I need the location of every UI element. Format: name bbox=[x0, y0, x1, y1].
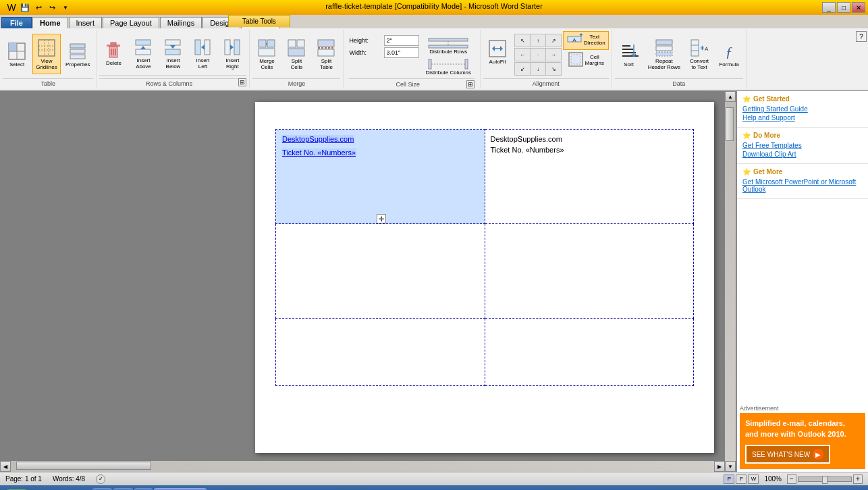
tab-file[interactable]: File bbox=[1, 17, 32, 28]
scroll-thumb[interactable] bbox=[726, 107, 734, 141]
minimize-button[interactable]: _ bbox=[822, 2, 836, 13]
align-top-left[interactable]: ↖ bbox=[514, 34, 531, 47]
rows-columns-expand[interactable]: ⊞ bbox=[238, 78, 246, 86]
h-scroll-track[interactable] bbox=[11, 461, 714, 472]
status-right: P F W 100% − + bbox=[724, 474, 863, 484]
sort-button[interactable]: Sort bbox=[615, 34, 643, 74]
ad-see-whats-new-button[interactable]: SEE WHAT'S NEW ▶ bbox=[745, 445, 830, 464]
height-input[interactable] bbox=[384, 35, 419, 46]
table-cell-2-1[interactable] bbox=[485, 319, 694, 386]
svg-rect-11 bbox=[70, 55, 85, 59]
scroll-up-button[interactable]: ▲ bbox=[725, 91, 736, 102]
insert-above-label: Insert Above bbox=[136, 58, 151, 70]
maximize-button[interactable]: □ bbox=[837, 2, 850, 13]
merge-cells-button[interactable]: Merge Cells bbox=[252, 34, 281, 74]
scroll-right-button[interactable]: ▶ bbox=[714, 461, 725, 472]
undo-button[interactable]: ↩ bbox=[32, 1, 45, 13]
free-templates-link[interactable]: Get Free Templates bbox=[742, 142, 863, 149]
svg-rect-38 bbox=[429, 59, 431, 69]
insert-below-button[interactable]: Insert Below bbox=[159, 33, 187, 74]
tab-page-layout[interactable]: Page Layout bbox=[103, 17, 159, 28]
select-button[interactable]: Select bbox=[3, 34, 31, 74]
table-move-handle[interactable]: ✛ bbox=[377, 214, 386, 223]
tab-insert[interactable]: Insert bbox=[69, 17, 103, 28]
close-button[interactable]: ✕ bbox=[852, 2, 865, 13]
convert-to-text-button[interactable]: A Convert to Text bbox=[685, 34, 713, 74]
table-cell-0-1[interactable]: DesktopSupplies.com Ticket No. «Numbers» bbox=[485, 130, 694, 224]
getting-started-link[interactable]: Getting Started Guide bbox=[742, 105, 863, 113]
cell-site-text-selected: DesktopSupplies.com bbox=[281, 135, 479, 143]
advertisement-section: Advertisement Simplified e-mail, calenda… bbox=[737, 402, 868, 472]
width-input[interactable] bbox=[384, 47, 419, 58]
split-cells-button[interactable]: Split Cells bbox=[282, 34, 310, 74]
align-top-center[interactable]: ↑ bbox=[530, 34, 546, 47]
scroll-track[interactable] bbox=[725, 102, 736, 461]
table-cell-1-1[interactable] bbox=[485, 224, 694, 319]
print-layout-button[interactable]: P bbox=[724, 474, 734, 484]
get-microsoft-link[interactable]: Get Microsoft PowerPoint or Microsoft Ou… bbox=[742, 178, 863, 193]
svg-rect-21 bbox=[165, 49, 180, 55]
svg-rect-1 bbox=[9, 43, 17, 51]
distribute-rows-button[interactable]: Distribute Rows bbox=[422, 36, 474, 56]
text-direction-button[interactable]: A Text Direction bbox=[563, 31, 609, 50]
cell-size-expand[interactable]: ⊞ bbox=[466, 80, 474, 88]
insert-above-button[interactable]: Insert Above bbox=[129, 33, 157, 74]
zoom-percent: 100% bbox=[764, 475, 782, 483]
split-table-button[interactable]: Split Table bbox=[312, 34, 340, 74]
tab-mailings[interactable]: Mailings bbox=[160, 17, 202, 28]
cell-site-text-1: DesktopSupplies.com bbox=[491, 135, 688, 143]
scroll-left-button[interactable]: ◀ bbox=[0, 461, 11, 472]
svg-rect-32 bbox=[318, 40, 334, 47]
autofit-icon bbox=[487, 38, 508, 59]
svg-rect-26 bbox=[259, 40, 266, 47]
insert-left-button[interactable]: Insert Left bbox=[188, 33, 217, 74]
view-gridlines-button[interactable]: View Gridlines bbox=[32, 34, 61, 74]
align-middle-right[interactable]: → bbox=[545, 48, 562, 61]
table-cell-2-0[interactable] bbox=[276, 319, 485, 386]
full-screen-button[interactable]: F bbox=[736, 474, 747, 484]
scroll-down-button[interactable]: ▼ bbox=[725, 461, 736, 472]
align-bottom-center[interactable]: ↓ bbox=[530, 62, 546, 76]
cell-margins-button[interactable]: Cell Margins bbox=[563, 51, 609, 70]
quick-access-more[interactable]: ▼ bbox=[59, 1, 72, 13]
zoom-out-button[interactable]: − bbox=[787, 474, 796, 484]
formula-button[interactable]: ƒ Formula bbox=[715, 34, 743, 74]
svg-rect-25 bbox=[234, 40, 240, 55]
delete-button[interactable]: Delete bbox=[99, 33, 128, 74]
help-button[interactable]: ? bbox=[856, 31, 867, 42]
proofing-icon[interactable]: ✓ bbox=[96, 474, 105, 484]
table-cell-1-0[interactable] bbox=[276, 224, 485, 319]
zoom-slider-area: − + bbox=[787, 474, 863, 484]
save-button[interactable]: 💾 bbox=[19, 1, 31, 13]
tab-home[interactable]: Home bbox=[32, 17, 68, 28]
redo-button[interactable]: ↪ bbox=[46, 1, 58, 13]
quick-access-toolbar: W 💾 ↩ ↪ ▼ bbox=[3, 1, 74, 14]
get-started-icon: ⭐ bbox=[742, 95, 751, 103]
help-support-link[interactable]: Help and Support bbox=[742, 114, 863, 121]
align-middle-center[interactable]: · bbox=[530, 48, 546, 61]
distribute-columns-button[interactable]: Distribute Columns bbox=[422, 57, 474, 77]
download-clip-art-link[interactable]: Download Clip Art bbox=[742, 151, 863, 158]
rows-columns-label: Rows & Columns bbox=[99, 78, 238, 87]
zoom-in-button[interactable]: + bbox=[853, 474, 863, 484]
svg-rect-23 bbox=[205, 40, 210, 55]
split-table-label: Split Table bbox=[320, 59, 333, 71]
ribbon-content: Select View Gridlines Properties Table bbox=[0, 28, 868, 91]
svg-rect-46 bbox=[571, 55, 580, 64]
zoom-slider-thumb[interactable] bbox=[822, 476, 828, 484]
align-middle-left[interactable]: ← bbox=[514, 48, 531, 61]
web-layout-button[interactable]: W bbox=[748, 474, 759, 484]
align-top-right[interactable]: ↗ bbox=[545, 34, 562, 47]
h-scroll-thumb[interactable] bbox=[16, 462, 151, 470]
repeat-header-button[interactable]: Repeat Header Rows bbox=[645, 34, 684, 74]
insert-right-button[interactable]: Insert Right bbox=[218, 33, 246, 74]
horizontal-scrollbar: ◀ ▶ bbox=[0, 461, 725, 472]
properties-button[interactable]: Properties bbox=[62, 34, 93, 74]
help-area: ? bbox=[855, 30, 868, 88]
align-bottom-right[interactable]: ↘ bbox=[545, 62, 562, 76]
table-cell-0-0[interactable]: DesktopSupplies.com Ticket No. «Numbers» bbox=[276, 130, 485, 224]
autofit-button[interactable]: AutoFit bbox=[483, 31, 512, 72]
align-bottom-left[interactable]: ↙ bbox=[514, 62, 531, 76]
zoom-slider[interactable] bbox=[798, 477, 852, 482]
svg-rect-24 bbox=[225, 40, 230, 55]
